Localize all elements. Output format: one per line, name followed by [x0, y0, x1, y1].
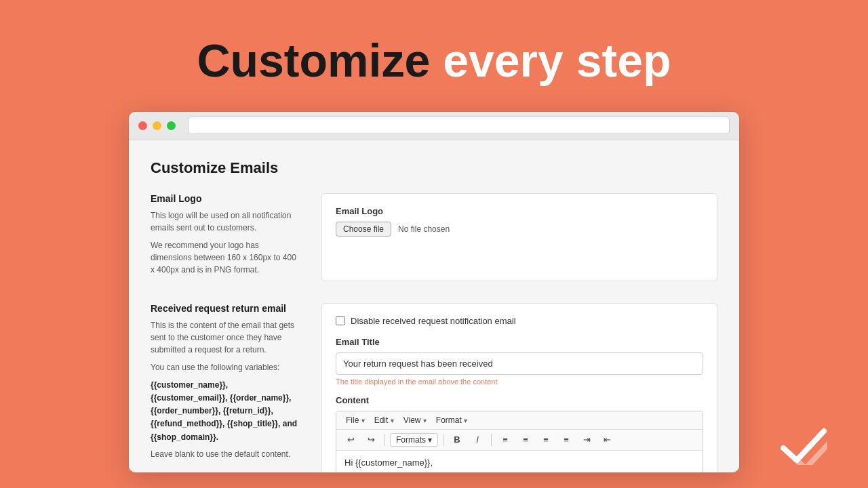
- justify-button[interactable]: ≡: [557, 432, 575, 447]
- browser-titlebar: [129, 112, 739, 140]
- editor-container: File ▾ Edit ▾ View ▾ Format ▾ ↩ ↪ Format…: [336, 411, 703, 472]
- bold-button[interactable]: B: [448, 432, 466, 447]
- menu-format[interactable]: Format ▾: [432, 414, 471, 426]
- disable-notification-label: Disable received request notification em…: [351, 316, 516, 326]
- disable-notification-checkbox[interactable]: [336, 316, 345, 325]
- align-left-button[interactable]: ≡: [496, 432, 514, 447]
- window-close-dot[interactable]: [138, 121, 147, 130]
- email-logo-left: Email Logo This logo will be used on all…: [151, 193, 300, 281]
- email-logo-label: Email Logo: [151, 193, 300, 204]
- email-logo-desc1: This logo will be used on all notificati…: [151, 209, 300, 234]
- toolbar-sep2: [443, 434, 443, 446]
- align-right-button[interactable]: ≡: [537, 432, 555, 447]
- page-content: Customize Emails Email Logo This logo wi…: [129, 140, 739, 472]
- heading-part2: every step: [443, 35, 671, 86]
- formats-dropdown[interactable]: Formats ▾: [390, 433, 438, 447]
- toolbar-sep3: [491, 434, 492, 446]
- received-request-desc1: This is the content of the email that ge…: [151, 319, 300, 356]
- file-input-row: Choose file No file chosen: [336, 222, 703, 237]
- outdent-button[interactable]: ⇤: [598, 432, 616, 447]
- received-request-desc2: You can use the following variables:: [151, 361, 300, 373]
- received-request-section: Received request return email This is th…: [151, 303, 717, 472]
- email-title-hint: The title displayed in the email above t…: [336, 378, 703, 386]
- email-logo-field-label: Email Logo: [336, 206, 703, 216]
- editor-menubar: File ▾ Edit ▾ View ▾ Format ▾: [336, 411, 703, 430]
- checkmark-icon: [780, 428, 827, 468]
- window-minimize-dot[interactable]: [153, 121, 161, 130]
- variables-bold: {{customer_name}}, {{customer_email}}, {…: [151, 380, 297, 442]
- received-request-label: Received request return email: [151, 303, 300, 314]
- email-logo-right: Email Logo Choose file No file chosen: [321, 193, 717, 281]
- toolbar-sep1: [384, 434, 385, 446]
- editor-body[interactable]: Hi {{customer_name}},: [336, 451, 703, 472]
- window-maximize-dot[interactable]: [167, 121, 176, 130]
- variables-text: {{customer_name}}, {{customer_email}}, {…: [151, 379, 300, 444]
- page-title: Customize Emails: [151, 159, 717, 177]
- email-title-field-label: Email Title: [336, 337, 703, 347]
- received-request-right: Disable received request notification em…: [321, 303, 717, 472]
- choose-file-button[interactable]: Choose file: [336, 222, 391, 237]
- hero-heading: Customize every step: [197, 35, 671, 86]
- undo-button[interactable]: ↩: [342, 432, 359, 447]
- menu-edit[interactable]: Edit ▾: [370, 414, 398, 426]
- editor-toolbar: ↩ ↪ Formats ▾ B I ≡ ≡ ≡ ≡: [336, 430, 703, 451]
- content-label: Content: [336, 395, 703, 405]
- menu-file[interactable]: File ▾: [342, 414, 369, 426]
- no-file-text: No file chosen: [398, 224, 450, 234]
- heading-part1: Customize: [197, 35, 430, 86]
- received-request-desc3: Leave blank to use the default content.: [151, 448, 300, 460]
- menu-view[interactable]: View ▾: [399, 414, 431, 426]
- italic-button[interactable]: I: [469, 432, 486, 447]
- url-bar[interactable]: [188, 117, 730, 134]
- email-logo-desc2: We recommend your logo has dimensions be…: [151, 239, 300, 276]
- email-title-input[interactable]: [336, 352, 703, 375]
- redo-button[interactable]: ↪: [362, 432, 380, 447]
- browser-window: Customize Emails Email Logo This logo wi…: [129, 112, 739, 472]
- indent-button[interactable]: ⇥: [578, 432, 595, 447]
- received-request-left: Received request return email This is th…: [151, 303, 300, 472]
- email-logo-section: Email Logo This logo will be used on all…: [151, 193, 717, 281]
- align-center-button[interactable]: ≡: [517, 432, 534, 447]
- disable-checkbox-row: Disable received request notification em…: [336, 316, 703, 326]
